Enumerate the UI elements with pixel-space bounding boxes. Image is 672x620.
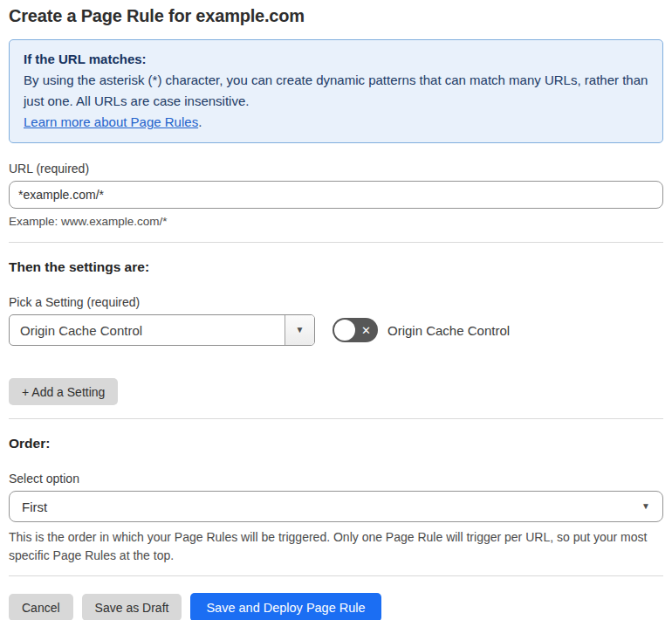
save-and-deploy-button[interactable]: Save and Deploy Page Rule	[190, 593, 381, 620]
chevron-down-icon: ▼	[641, 502, 650, 511]
form-actions: Cancel Save as Draft Save and Deploy Pag…	[9, 593, 663, 620]
info-callout-link-line: Learn more about Page Rules.	[24, 112, 648, 133]
setting-select[interactable]: Origin Cache Control ▼	[9, 314, 315, 346]
info-callout-body: By using the asterisk (*) character, you…	[24, 70, 648, 112]
link-suffix-text: .	[198, 114, 202, 129]
page-title: Create a Page Rule for example.com	[9, 6, 663, 26]
url-match-info-callout: If the URL matches: By using the asteris…	[9, 39, 663, 143]
chevron-down-icon: ▼	[296, 326, 305, 334]
x-icon: ✕	[361, 325, 371, 336]
divider	[9, 242, 663, 243]
order-select-value: First	[22, 499, 47, 514]
pick-setting-label: Pick a Setting (required)	[9, 295, 663, 309]
info-callout-heading: If the URL matches:	[24, 49, 648, 70]
save-as-draft-button[interactable]: Save as Draft	[82, 594, 182, 620]
toggle-label: Origin Cache Control	[387, 323, 510, 338]
toggle-knob	[334, 320, 355, 341]
setting-select-arrow-button[interactable]: ▼	[285, 315, 314, 345]
divider	[9, 418, 663, 419]
settings-section-heading: Then the settings are:	[9, 259, 663, 275]
learn-more-link[interactable]: Learn more about Page Rules	[24, 114, 198, 129]
order-select[interactable]: First ▼	[9, 491, 663, 522]
create-page-rule-form: Create a Page Rule for example.com If th…	[0, 0, 672, 620]
setting-select-value: Origin Cache Control	[10, 315, 285, 345]
url-example-hint: Example: www.example.com/*	[9, 215, 663, 228]
select-option-label: Select option	[9, 472, 663, 486]
divider	[9, 575, 663, 576]
url-input[interactable]	[9, 181, 663, 209]
cancel-button[interactable]: Cancel	[9, 594, 73, 620]
order-help-text: This is the order in which your Page Rul…	[9, 528, 663, 565]
order-section-heading: Order:	[9, 436, 663, 451]
url-field-label: URL (required)	[9, 162, 663, 176]
origin-cache-control-toggle[interactable]: ✕	[333, 318, 378, 342]
setting-row: Origin Cache Control ▼ ✕ Origin Cache Co…	[9, 314, 663, 346]
add-setting-button[interactable]: + Add a Setting	[9, 378, 118, 405]
